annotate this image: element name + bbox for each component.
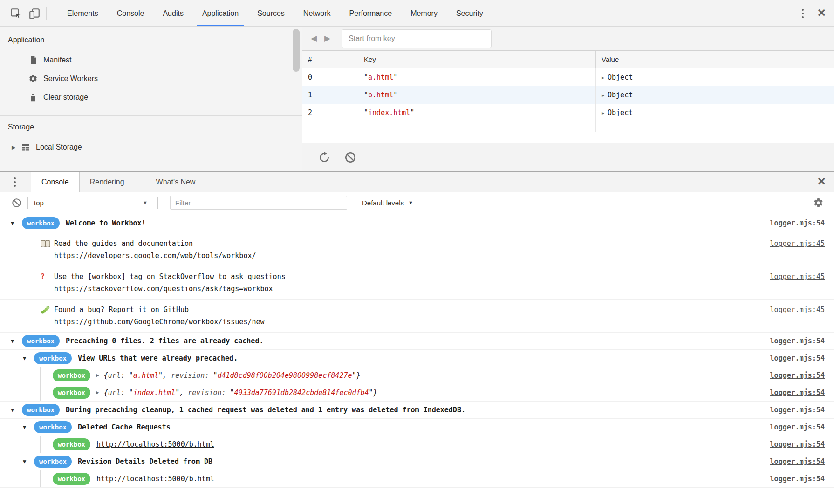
sidebar-item-local-storage[interactable]: ▶ Local Storage [0,138,302,157]
toolbar-separator [157,197,158,209]
source-link[interactable]: logger.mjs:54 [763,335,825,347]
tab-performance[interactable]: Performance [340,0,402,26]
drawer-menu-icon[interactable] [12,177,18,187]
inspect-element-icon[interactable] [10,7,22,20]
console-message: Found a bug? Report it on GitHub https:/… [0,300,834,333]
tab-audits[interactable]: Audits [153,0,192,26]
sidebar-section-application: Application [0,27,302,51]
collapse-group-icon[interactable]: ▼ [11,335,22,347]
sidebar-item-service-workers[interactable]: Service Workers [0,69,302,88]
console-filter-input[interactable] [170,196,347,210]
console-message: ? Use the [workbox] tag on StackOverflow… [0,266,834,300]
sidebar-scrollbar[interactable] [293,29,300,72]
source-link[interactable]: logger.mjs:54 [763,217,825,229]
collapse-group-icon[interactable]: ▼ [11,404,22,416]
collapse-group-icon[interactable]: ▼ [11,217,22,229]
content-footer-toolbar [302,143,834,171]
console-message: Read the guides and documentation https:… [0,233,834,266]
source-link[interactable]: logger.mjs:54 [763,421,825,433]
expand-object-icon[interactable]: ▶ [602,75,604,80]
source-link[interactable]: logger.mjs:54 [763,369,825,381]
tab-network[interactable]: Network [294,0,340,26]
collapse-group-icon[interactable]: ▼ [23,352,34,364]
clear-object-store-icon[interactable] [344,151,356,163]
drawer-tab-whats-new[interactable]: What's New [146,172,206,192]
console-message-group: ▼ workbox Deleted Cache Requests logger.… [0,419,834,436]
message-text: Read the guides and documentation [54,238,256,250]
message-url-link[interactable]: http://localhost:5000/b.html [96,473,214,485]
message-text: Welcome to Workbox! [66,217,146,229]
table-row[interactable]: 1 b.html ▶Object [302,86,834,104]
column-header-key[interactable]: Key [358,51,596,68]
row-index: 0 [302,68,358,86]
tab-console[interactable]: Console [108,0,154,26]
more-options-icon[interactable] [800,9,806,18]
source-link[interactable]: logger.mjs:54 [763,456,825,468]
page-back-icon[interactable]: ◀ [311,34,317,43]
console-settings-gear-icon[interactable] [813,198,824,208]
tab-memory[interactable]: Memory [401,0,447,26]
expand-object-icon[interactable]: ▶ [602,93,604,98]
table-row[interactable]: 0 a.html ▶Object [302,68,834,86]
expand-object-icon[interactable]: ▶ [96,369,99,381]
log-levels-select[interactable]: Default levels ▼ [362,199,413,207]
table-row[interactable]: 2 index.html ▶Object [302,104,834,122]
close-devtools-icon[interactable]: × [817,6,826,20]
source-link[interactable]: logger.mjs:54 [763,473,825,485]
workbox-badge: workbox [22,335,60,347]
workbox-badge: workbox [53,473,90,485]
message-url-link[interactable]: http://localhost:5000/b.html [96,438,214,450]
tab-sources[interactable]: Sources [248,0,294,26]
row-value: ▶Object [596,68,834,86]
drawer-tab-console[interactable]: Console [31,172,80,192]
sidebar-item-clear-storage[interactable]: Clear storage [0,88,302,107]
message-text: Revision Details Deleted from DB [78,456,212,468]
message-text: Precaching 0 files. 2 files are already … [66,335,263,347]
column-header-value[interactable]: Value [596,51,834,68]
tab-elements[interactable]: Elements [58,0,108,26]
source-link[interactable]: logger.mjs:45 [763,238,825,250]
console-drawer: Console Rendering What's New × top ▼ Def… [0,171,834,504]
workbox-badge: workbox [34,421,72,433]
source-link[interactable]: logger.mjs:45 [763,271,825,283]
sidebar-item-manifest[interactable]: Manifest [0,51,302,69]
javascript-context-select[interactable]: top ▼ [34,199,151,207]
page-forward-icon[interactable]: ▶ [324,34,330,43]
chevron-right-icon[interactable]: ▶ [12,144,21,150]
source-link[interactable]: logger.mjs:54 [763,404,825,416]
source-link[interactable]: logger.mjs:54 [763,387,825,399]
context-value: top [34,199,44,207]
message-url-link[interactable]: https://developers.google.com/web/tools/… [54,250,256,262]
collapse-group-icon[interactable]: ▼ [23,456,34,468]
expand-object-icon[interactable]: ▶ [96,387,99,399]
refresh-icon[interactable] [318,151,330,163]
table-filler [302,122,834,132]
toolbar-separator [788,7,788,20]
workbox-badge: workbox [53,438,90,450]
row-key: index.html [358,104,596,122]
object-preview: {url: a.html, revision: d41d8cd98f00b204… [104,369,361,381]
drawer-tabbar: Console Rendering What's New × [0,172,834,192]
device-toolbar-icon[interactable] [28,7,41,20]
source-link[interactable]: logger.mjs:45 [763,304,825,316]
drawer-tab-rendering[interactable]: Rendering [80,172,135,192]
console-message-group: ▼ workbox Precaching 0 files. 2 files ar… [0,333,834,350]
tab-application[interactable]: Application [193,0,248,26]
collapse-group-icon[interactable]: ▼ [23,421,34,433]
tab-security[interactable]: Security [447,0,492,26]
message-url-link[interactable]: https://github.com/GoogleChrome/workbox/… [54,316,265,328]
gear-icon [28,74,38,83]
column-header-index[interactable]: # [302,51,358,68]
start-from-key-input[interactable] [342,29,492,48]
workbox-badge: workbox [34,456,72,468]
workbox-badge: workbox [53,369,90,381]
source-link[interactable]: logger.mjs:54 [763,438,825,450]
expand-object-icon[interactable]: ▶ [602,110,604,116]
source-link[interactable]: logger.mjs:54 [763,352,825,364]
message-url-link[interactable]: https://stackoverflow.com/questions/ask?… [54,283,273,295]
workbox-badge: workbox [34,352,72,364]
row-index: 2 [302,104,358,122]
close-drawer-icon[interactable]: × [817,174,826,188]
message-text: Use the [workbox] tag on StackOverflow t… [54,271,286,283]
clear-console-icon[interactable] [12,198,21,208]
